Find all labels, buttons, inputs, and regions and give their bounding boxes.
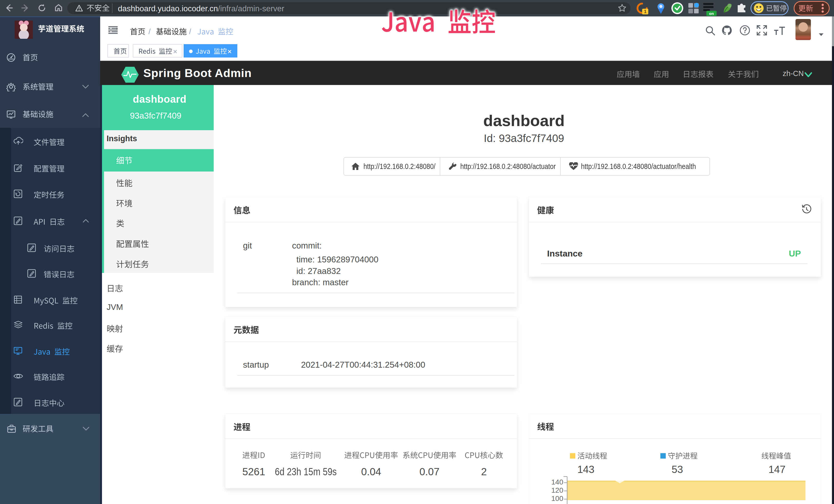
svg-text:1: 1 [644,9,646,14]
svg-text:on: on [709,11,714,16]
